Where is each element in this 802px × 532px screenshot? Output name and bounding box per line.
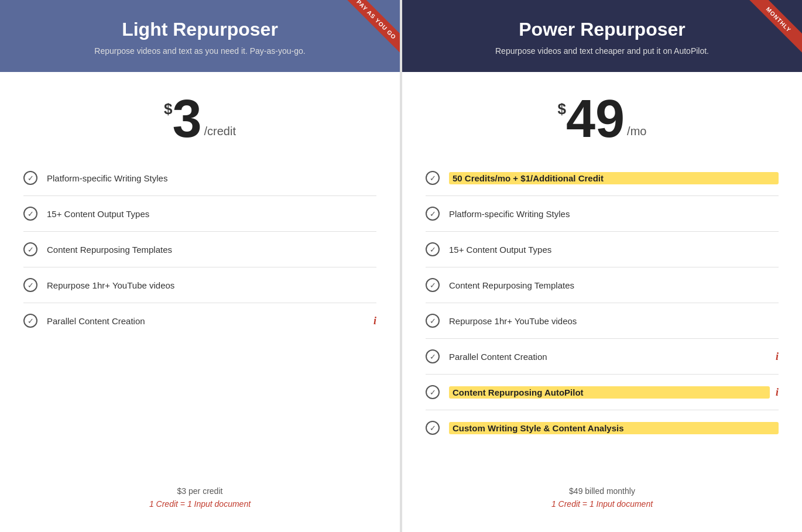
power-feature-text-2: Platform-specific Writing Styles (449, 209, 779, 219)
power-feature-text-7: Content Repurposing AutoPilot (449, 386, 770, 399)
power-ribbon-text: MONTHLY (745, 0, 802, 53)
light-repurposer-panel: Light Repurposer Repurpose videos and te… (0, 0, 400, 532)
light-feature-5: ✓ Parallel Content Creation i (23, 303, 376, 338)
power-check-icon-4: ✓ (426, 278, 440, 292)
light-ribbon-text: PAY AS YOU GO (342, 0, 400, 53)
light-feature-text-2: 15+ Content Output Types (47, 209, 376, 219)
power-feature-7: ✓ Content Repurposing AutoPilot i (426, 375, 779, 410)
power-price-amount: 49 (566, 95, 625, 143)
light-ribbon: PAY AS YOU GO (335, 0, 400, 64)
light-price-display: $ 3 /credit (164, 95, 236, 143)
light-feature-3: ✓ Content Repurposing Templates (23, 232, 376, 267)
power-check-icon-2: ✓ (426, 207, 440, 221)
light-title: Light Repurposer (23, 19, 376, 40)
power-header: Power Repurposer Repurpose videos and te… (402, 0, 802, 72)
power-price-unit: /mo (627, 125, 646, 137)
power-check-icon-7: ✓ (426, 385, 440, 399)
power-feature-text-4: Content Repurposing Templates (449, 280, 779, 290)
power-check-icon-3: ✓ (426, 242, 440, 256)
light-footer: $3 per credit 1 Credit = 1 Input documen… (0, 469, 400, 532)
power-repurposer-panel: Power Repurposer Repurpose videos and te… (402, 0, 802, 532)
power-feature-text-1: 50 Credits/mo + $1/Additional Credit (449, 172, 779, 184)
power-footer-credit: 1 Credit = 1 Input document (426, 499, 779, 509)
power-feature-1: ✓ 50 Credits/mo + $1/Additional Credit (426, 160, 779, 196)
light-feature-2: ✓ 15+ Content Output Types (23, 196, 376, 232)
power-features-list: ✓ 50 Credits/mo + $1/Additional Credit ✓… (402, 160, 802, 469)
light-feature-text-5: Parallel Content Creation (47, 316, 368, 326)
light-feature-text-3: Content Repurposing Templates (47, 245, 376, 255)
power-feature-text-8: Custom Writing Style & Content Analysis (449, 422, 779, 434)
power-footer-note: $49 billed monthly (426, 486, 779, 496)
power-feature-8: ✓ Custom Writing Style & Content Analysi… (426, 410, 779, 445)
power-feature-3: ✓ 15+ Content Output Types (426, 232, 779, 267)
light-feature-text-4: Repurpose 1hr+ YouTube videos (47, 280, 376, 290)
light-features-list: ✓ Platform-specific Writing Styles ✓ 15+… (0, 160, 400, 469)
power-feature-6: ✓ Parallel Content Creation i (426, 339, 779, 375)
power-feature-2: ✓ Platform-specific Writing Styles (426, 196, 779, 232)
power-check-icon-8: ✓ (426, 421, 440, 435)
check-icon-4: ✓ (23, 278, 37, 292)
power-feature-4: ✓ Content Repurposing Templates (426, 267, 779, 303)
light-price-amount: 3 (172, 95, 201, 143)
power-feature-text-3: 15+ Content Output Types (449, 245, 779, 255)
light-subtitle: Repurpose videos and text as you need it… (23, 46, 376, 56)
check-icon-1: ✓ (23, 171, 37, 185)
check-icon-3: ✓ (23, 242, 37, 256)
light-footer-note: $3 per credit (23, 486, 376, 496)
info-icon-light-5[interactable]: i (373, 315, 376, 327)
light-price-section: $ 3 /credit (0, 72, 400, 160)
check-icon-2: ✓ (23, 207, 37, 221)
check-icon-5: ✓ (23, 314, 37, 328)
light-header: Light Repurposer Repurpose videos and te… (0, 0, 400, 72)
power-check-icon-1: ✓ (426, 171, 440, 185)
power-check-icon-6: ✓ (426, 349, 440, 363)
power-feature-5: ✓ Repurpose 1hr+ YouTube videos (426, 303, 779, 339)
power-ribbon: MONTHLY (738, 0, 802, 64)
light-feature-1: ✓ Platform-specific Writing Styles (23, 160, 376, 196)
power-price-section: $ 49 /mo (402, 72, 802, 160)
power-subtitle: Repurpose videos and text cheaper and pu… (426, 46, 779, 56)
power-feature-text-6: Parallel Content Creation (449, 352, 770, 362)
power-feature-text-5: Repurpose 1hr+ YouTube videos (449, 316, 779, 326)
info-icon-power-7[interactable]: i (776, 386, 779, 399)
light-feature-text-1: Platform-specific Writing Styles (47, 173, 376, 183)
power-footer: $49 billed monthly 1 Credit = 1 Input do… (402, 469, 802, 532)
power-price-display: $ 49 /mo (558, 95, 647, 143)
light-price-unit: /credit (204, 125, 236, 137)
info-icon-power-6[interactable]: i (776, 351, 779, 363)
light-price-symbol: $ (164, 101, 172, 116)
light-footer-credit: 1 Credit = 1 Input document (23, 499, 376, 509)
power-title: Power Repurposer (426, 19, 779, 40)
power-check-icon-5: ✓ (426, 314, 440, 328)
power-price-symbol: $ (558, 101, 566, 116)
light-feature-4: ✓ Repurpose 1hr+ YouTube videos (23, 267, 376, 303)
